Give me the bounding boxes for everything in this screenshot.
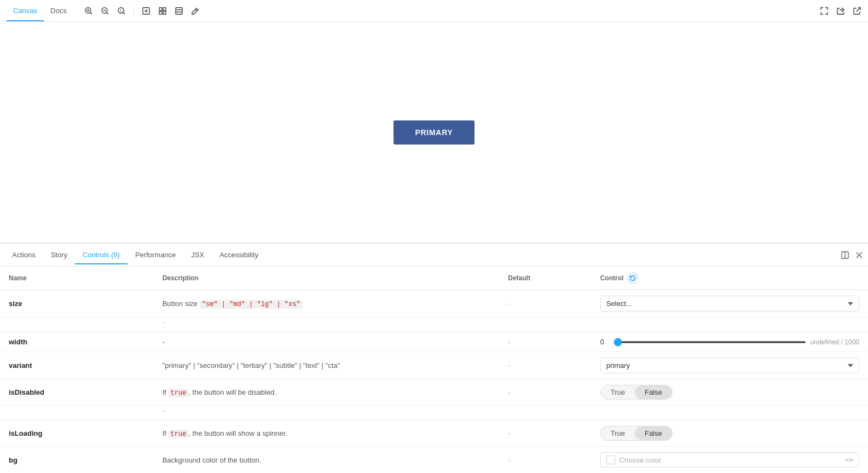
tab-performance[interactable]: Performance xyxy=(128,246,183,264)
table-row: width - - 0 undefined / 1000 xyxy=(0,332,868,352)
control-widget-isloading: True False xyxy=(592,420,868,447)
table-row-sub: - xyxy=(0,318,868,332)
size-select[interactable]: Select... xyxy=(600,296,859,312)
control-widget-isdisabled: True False xyxy=(592,379,868,406)
isloading-toggle: True False xyxy=(600,426,673,441)
tab-actions[interactable]: Actions xyxy=(4,246,43,264)
center-icon[interactable] xyxy=(142,7,151,15)
isloading-false-btn[interactable]: False xyxy=(635,426,672,440)
open-new-icon[interactable] xyxy=(853,7,861,15)
col-header-default: Default xyxy=(499,267,591,290)
control-name-size: size xyxy=(0,290,154,318)
control-name-isloading: isLoading xyxy=(0,420,154,447)
isdisabled-true-btn[interactable]: True xyxy=(601,385,635,399)
isloading-true-btn[interactable]: True xyxy=(601,426,635,440)
slider-max-label: undefined / 1000 xyxy=(811,338,859,346)
variant-select[interactable]: primary secondary tertiary subtle text c… xyxy=(600,357,859,373)
control-widget-bg: Choose color <> xyxy=(592,447,868,474)
layout-icon[interactable] xyxy=(175,7,183,15)
canvas-area: PRIMARY xyxy=(0,22,868,243)
control-default-isloading: - xyxy=(499,420,591,447)
split-panel-icon[interactable] xyxy=(841,251,849,259)
fullscreen-icon[interactable] xyxy=(820,7,829,15)
control-desc-bg: Background color of the button. xyxy=(154,447,500,474)
svg-rect-17 xyxy=(176,8,182,14)
control-desc-width: - xyxy=(154,332,500,352)
svg-rect-16 xyxy=(163,11,166,14)
size-code: "sm" | "md" | "lg" | "xs" xyxy=(200,300,303,309)
control-desc-size: Button size "sm" | "md" | "lg" | "xs" xyxy=(154,290,500,318)
color-placeholder: Choose color xyxy=(620,456,841,464)
size-sub-empty xyxy=(0,318,154,332)
bottom-tab-bar: Actions Story Controls (9) Performance J… xyxy=(0,244,868,267)
preview-primary-button[interactable]: PRIMARY xyxy=(394,120,475,145)
reset-zoom-icon[interactable]: 1:1 xyxy=(117,7,126,15)
width-slider[interactable] xyxy=(614,341,806,343)
isdisabled-sub-dash: - xyxy=(154,406,500,420)
control-desc-isdisabled: If true, the button will be disabled. xyxy=(154,379,500,406)
svg-line-8 xyxy=(123,12,124,14)
control-name-bg: bg xyxy=(0,447,154,474)
control-desc-variant: "primary" | "secondary" | "tertiary" | "… xyxy=(154,352,500,379)
col-header-description: Description xyxy=(154,267,500,290)
table-row: variant "primary" | "secondary" | "terti… xyxy=(0,352,868,379)
control-default-bg: - xyxy=(499,447,591,474)
close-panel-icon[interactable] xyxy=(855,251,864,259)
control-default-width: - xyxy=(499,332,591,352)
control-widget-variant: primary secondary tertiary subtle text c… xyxy=(592,352,868,379)
grid-icon[interactable] xyxy=(158,7,167,15)
isloading-code: true xyxy=(169,430,189,439)
toolbar-icons: 1:1 xyxy=(84,7,200,15)
zoom-out-icon[interactable] xyxy=(101,7,109,15)
bg-color-control[interactable]: Choose color <> xyxy=(600,452,859,468)
top-bar-right xyxy=(820,7,861,15)
table-row: isLoading If true, the button will show … xyxy=(0,420,868,447)
svg-rect-13 xyxy=(159,8,162,10)
width-slider-container: 0 undefined / 1000 xyxy=(600,338,859,346)
tab-jsx[interactable]: JSX xyxy=(183,246,212,264)
control-widget-width: 0 undefined / 1000 xyxy=(592,332,868,352)
svg-text:1:1: 1:1 xyxy=(119,9,125,13)
control-default-size: - xyxy=(499,290,591,318)
col-header-control: Control xyxy=(592,267,868,290)
share-icon[interactable] xyxy=(836,7,845,15)
svg-line-5 xyxy=(106,12,108,14)
control-name-width: width xyxy=(0,332,154,352)
control-name-variant: variant xyxy=(0,352,154,379)
control-default-isdisabled: - xyxy=(499,379,591,406)
svg-line-21 xyxy=(857,8,860,11)
control-widget-size: Select... xyxy=(592,290,868,318)
zoom-in-icon[interactable] xyxy=(84,7,93,15)
svg-line-1 xyxy=(90,12,91,14)
color-swatch xyxy=(606,455,615,464)
tab-docs[interactable]: Docs xyxy=(44,1,73,21)
reset-controls-button[interactable] xyxy=(627,272,639,284)
isdisabled-code: true xyxy=(169,389,189,397)
svg-rect-15 xyxy=(159,11,162,14)
table-row: bg Background color of the button. - Cho… xyxy=(0,447,868,474)
table-row: isDisabled If true, the button will be d… xyxy=(0,379,868,406)
table-row: size Button size "sm" | "md" | "lg" | "x… xyxy=(0,290,868,318)
svg-rect-14 xyxy=(163,8,166,10)
isdisabled-false-btn[interactable]: False xyxy=(635,385,672,399)
control-desc-isloading: If true, the button will show a spinner. xyxy=(154,420,500,447)
control-default-variant: - xyxy=(499,352,591,379)
tab-accessibility[interactable]: Accessibility xyxy=(212,246,266,264)
bottom-panel: Actions Story Controls (9) Performance J… xyxy=(0,243,868,473)
tab-controls[interactable]: Controls (9) xyxy=(75,246,128,264)
control-name-isdisabled: isDisabled xyxy=(0,379,154,406)
panel-action-icons xyxy=(841,251,864,259)
slider-min-label: 0 xyxy=(600,338,609,346)
top-bar: Canvas Docs 1:1 xyxy=(0,0,868,22)
size-sub-dash: - xyxy=(154,318,500,332)
color-code-toggle[interactable]: <> xyxy=(846,456,853,464)
tab-story[interactable]: Story xyxy=(43,246,75,264)
controls-table: Name Description Default Control xyxy=(0,267,868,473)
table-row-sub: - xyxy=(0,406,868,420)
isdisabled-toggle: True False xyxy=(600,385,673,400)
svg-line-20 xyxy=(195,9,197,11)
edit-icon[interactable] xyxy=(191,7,200,15)
col-header-name: Name xyxy=(0,267,154,290)
toolbar-divider xyxy=(134,7,134,15)
tab-canvas[interactable]: Canvas xyxy=(7,1,44,21)
